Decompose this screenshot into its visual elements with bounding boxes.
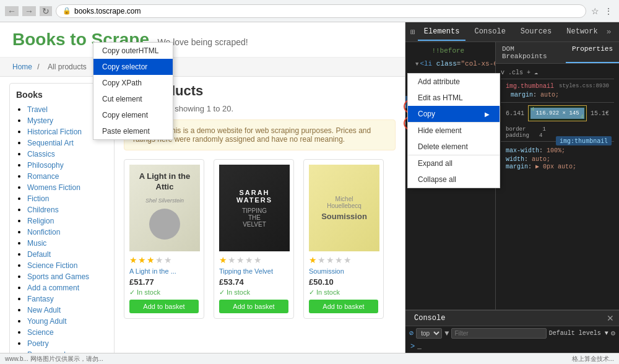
devtools-header: ⊞ Elements Console Sources Network » ⋮ ✕ [405,22,619,42]
book-title-link[interactable]: Tipping the Velvet [219,267,288,275]
sidebar-item-default[interactable]: Default [27,250,51,259]
sidebar-item-travel[interactable]: Travel [27,105,48,114]
book-card-1[interactable]: SARAHWATERS TIPPINGTHEVELVET ★★★★★ Tippi… [214,159,294,319]
sidebar-item-music[interactable]: Music [27,239,46,248]
box-model-area: v .cls + ☁ img.thumbnail styles.css:8930… [496,64,619,310]
book-title-link[interactable]: A Light in the ... [129,267,199,275]
star-empty: ★ [155,255,163,265]
dom-line[interactable]: ▶<!-- Rating: Three --> [405,121,495,134]
sidebar-item-mystery[interactable]: Mystery [27,116,53,125]
forward-button[interactable]: → [22,6,36,16]
sidebar-item-science[interactable]: Science [27,328,54,337]
devtools-expand-icon[interactable]: ⊞ [410,27,415,37]
sidebar-item-fiction[interactable]: Fiction [27,194,49,203]
url-text: books.toscrape.com [74,7,141,15]
console-top-select[interactable]: top [416,328,442,339]
dom-line[interactable]: </div> [405,147,495,160]
console-cursor[interactable]: _ [417,343,422,350]
dom-line[interactable]: <img src="media/cache/2c/da/2cdad67...jp… [405,108,495,121]
book-title-link[interactable]: Soumission [309,267,378,275]
console-close-button[interactable]: ✕ [607,313,614,323]
book-image: A Light in theAttic Shel Silverstein [129,165,200,251]
add-to-basket-button[interactable]: Add to basket [309,300,378,313]
content-layout: Books TravelMysteryHistorical FictionSeq… [0,77,405,353]
tab-sources[interactable]: Sources [514,24,558,41]
bookmark-icon[interactable]: ☆ [590,5,600,17]
website-panel: Books to Scrape We love being scraped! H… [0,22,405,353]
menu-icon[interactable]: ⋮ [603,5,614,17]
devtools-main: !!before▼<li class="col-xs-6 col-sm-4 co… [405,42,619,310]
sidebar-item-sequential-art[interactable]: Sequential Art [27,139,74,147]
add-to-basket-button[interactable]: Add to basket [129,300,199,313]
console-filter-input[interactable] [451,328,546,339]
devtools-panel: ⊞ Elements Console Sources Network » ⋮ ✕… [405,22,619,353]
tab-console[interactable]: Console [468,24,511,41]
main-content: All products 1000 results - showing 1 to… [124,83,396,353]
sidebar-item-nonfiction[interactable]: Nonfiction [27,228,60,236]
status-text: www.b... 网络图片仅供展示，请勿... [5,355,103,363]
star-empty: ★ [318,255,326,265]
dom-line[interactable]: ▼<div class="image_container"> [405,83,495,96]
star-empty: ★ [164,255,172,265]
sidebar-item-childrens[interactable]: Childrens [27,206,59,214]
sidebar-item-add-a-comment[interactable]: Add a comment [27,284,79,292]
sidebar-item-religion[interactable]: Religion [27,217,54,225]
book-card-0[interactable]: A Light in theAttic Shel Silverstein ★★★… [124,159,204,319]
browser-icon-group: ☆ ⋮ [590,5,614,17]
tab-properties[interactable]: Properties [566,42,619,63]
sidebar-item-young-adult[interactable]: Young Adult [27,317,67,326]
sidebar-item-historical-fiction[interactable]: Historical Fiction [27,128,82,136]
status-bar: www.b... 网络图片仅供展示，请勿... 格上算金技术... [0,353,619,364]
sidebar-item-new-adult[interactable]: New Adult [27,306,61,314]
default-levels-label: Default levels ▼ [549,330,608,337]
more-tabs-icon[interactable]: » [607,27,612,37]
tab-network[interactable]: Network [560,24,604,41]
console-tab-label[interactable]: Console [410,313,449,324]
star-filled: ★ [219,255,227,265]
sidebar-item-womens-fiction[interactable]: Womens Fiction [27,183,80,192]
console-panel: Console ✕ ⊘ top ▼ Default levels ▼ ⚙ > _ [405,310,619,353]
sidebar-item-romance[interactable]: Romance [27,172,59,181]
tab-dom-breakpoints[interactable]: DOM Breakpoints [496,42,566,63]
dom-tree[interactable]: !!before▼<li class="col-xs-6 col-sm-4 co… [405,42,495,310]
sidebar-item-philosophy[interactable]: Philosophy [27,161,64,170]
sidebar-item-classics[interactable]: Classics [27,150,55,158]
address-bar[interactable]: 🔒 books.toscrape.com [56,4,586,18]
sidebar-item-science-fiction[interactable]: Science Fiction [27,261,77,270]
dom-line[interactable]: ▼<a href="catalogue/a-light-in-the-attic… [405,96,495,109]
dom-line[interactable]: ▼<article class="product_pod"> [405,70,495,83]
book-card-2[interactable]: Michel Houellebecq Soumission ★★★★★ Soum… [303,159,384,319]
devtools-right: DOM Breakpoints Properties v .cls + ☁ im… [495,42,619,310]
sidebar-item-fantasy[interactable]: Fantasy [27,295,54,303]
back-button[interactable]: ← [5,6,19,16]
add-to-basket-button[interactable]: Add to basket [219,300,288,313]
dom-line[interactable]: ▼<li class="col-xs-6 col-sm-4 col-md-3 c… [405,58,495,71]
star-empty: ★ [335,255,343,265]
devtools-right-tabs: DOM Breakpoints Properties [496,42,619,64]
star-empty: ★ [344,255,352,265]
devtools-settings-icon2[interactable]: ⚙ [611,329,615,338]
reload-button[interactable]: ↻ [40,6,52,16]
breadcrumb-home[interactable]: Home [12,63,32,71]
star-filled: ★ [138,255,146,265]
results-info: 1000 results - showing 1 to 20. [124,104,396,113]
console-filter-row: ⊘ top ▼ Default levels ▼ ⚙ [405,326,619,340]
devtools-icons: ⋮ ✕ [614,26,619,38]
stars: ★★★★★ [309,255,378,265]
warning-strong: Warning! [133,126,165,135]
dom-line[interactable]: !!before [405,45,495,58]
dom-line[interactable]: ▶<!-- price --> [405,134,495,147]
sidebar-item-sports-and-games[interactable]: Sports and Games [27,272,89,281]
star-empty: ★ [245,255,253,265]
browser-toolbar: ← → ↻ 🔒 books.toscrape.com ☆ ⋮ [0,0,619,22]
tab-elements[interactable]: Elements [418,24,466,41]
sidebar-item-poetry[interactable]: Poetry [27,339,49,348]
star-empty: ★ [228,255,236,265]
book-price: £53.74 [219,277,288,287]
box-num-right: 15.1€ [591,110,609,117]
warning-box: Warning! This is a demo website for web … [124,119,396,150]
css-rules: img.thumbnail styles.css:8930 margin: au… [501,79,614,102]
css-prop-margin: margin: auto; [511,92,609,98]
devtools-settings-icon[interactable]: ⋮ [614,26,619,38]
console-prompt: > _ [405,340,619,353]
